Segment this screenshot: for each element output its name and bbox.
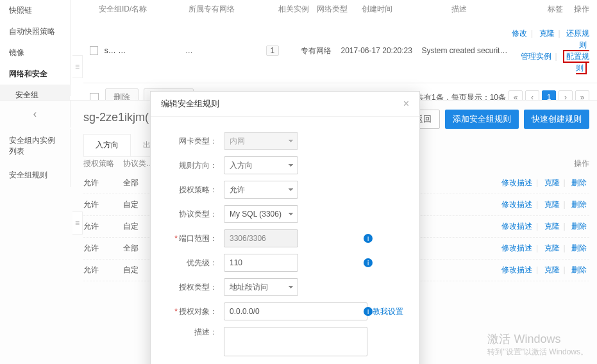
rule-modify-desc[interactable]: 修改描述 (501, 178, 532, 187)
edit-rule-modal: 编辑安全组规则 × 网卡类型： 内网 规则方向： 入方向 授权策略： 允许 协议… (150, 91, 420, 364)
label-policy: 授权策略： (166, 185, 224, 195)
action-restore-rules[interactable]: 还原规则 (566, 29, 589, 49)
direction-select[interactable]: 入方向 (224, 156, 298, 174)
action-modify[interactable]: 修改 (512, 29, 527, 38)
table-row: s… … … 1 专有网络 2017-06-17 20:20:23 System… (83, 19, 597, 83)
rule-modify-desc[interactable]: 修改描述 (501, 200, 532, 209)
th-net: 所属专有网络 (189, 4, 278, 15)
rule-modify-desc[interactable]: 修改描述 (501, 244, 532, 252)
cell-network: … (185, 46, 266, 55)
add-rule-button[interactable]: 添加安全组规则 (445, 110, 519, 129)
rule-clone[interactable]: 克隆 (544, 200, 560, 209)
th-inst: 相关实例 (278, 4, 317, 15)
rule-allow: 允许 (83, 243, 123, 254)
cell-name[interactable]: s… … (105, 46, 185, 55)
instance-count-badge[interactable]: 1 (266, 46, 280, 56)
protocol-select[interactable]: My SQL (3306) (224, 205, 298, 223)
detail-side-instances[interactable]: 安全组内实例列表 (0, 129, 70, 163)
sidebar-item-network-security[interactable]: 网络和安全 (0, 63, 70, 85)
row-actions: 修改| 克隆| 还原规则 管理实例| 配置规则 (508, 28, 597, 74)
sidebar-item-auto-snapshot[interactable]: 自动快照策略 (0, 21, 70, 42)
auth-type-select[interactable]: 地址段访问 (224, 278, 298, 296)
label-direction: 规则方向： (166, 160, 224, 171)
rule-delete[interactable]: 删除 (571, 265, 587, 274)
label-protocol: 协议类型： (166, 209, 224, 220)
detail-side-rules[interactable]: 安全组规则 (0, 163, 70, 187)
cell-desc: System created securit… (421, 46, 508, 55)
rule-clone[interactable]: 克隆 (544, 178, 560, 187)
port-range-input (224, 229, 298, 247)
label-priority: 优先级： (166, 258, 224, 269)
cell-nettype: 专有网络 (301, 46, 341, 56)
watermark-line2: 转到"设置"以激活 Windows。 (487, 347, 588, 358)
action-clone[interactable]: 克隆 (539, 29, 555, 38)
sidebar-collapse-toggle[interactable]: ≡ (72, 55, 83, 78)
cell-instances: 1 (266, 46, 301, 56)
label-nic: 网卡类型： (166, 136, 224, 147)
rule-modify-desc[interactable]: 修改描述 (501, 265, 532, 274)
action-configure-rules[interactable]: 配置规则 (563, 50, 589, 74)
th-ops: 操作 (574, 4, 597, 15)
tab-inbound[interactable]: 入方向 (83, 134, 131, 156)
teach-me-link[interactable]: 教我设置 (373, 306, 403, 317)
th-tag: 标签 (548, 4, 573, 15)
quick-create-rule-button[interactable]: 快速创建规则 (524, 110, 589, 129)
th-desc: 描述 (451, 4, 548, 15)
auth-object-input[interactable] (224, 302, 367, 320)
th-id: 安全组ID/名称 (99, 4, 189, 15)
windows-activation-watermark: 激活 Windows 转到"设置"以激活 Windows。 (487, 331, 588, 358)
info-icon[interactable]: i (364, 258, 373, 267)
action-manage-instances[interactable]: 管理实例 (521, 52, 551, 61)
rule-allow: 允许 (83, 265, 123, 276)
rh-auth: 授权策略 (83, 158, 123, 169)
rule-delete[interactable]: 删除 (571, 178, 587, 187)
sidebar-item-snapshot-chain[interactable]: 快照链 (0, 0, 70, 21)
rule-modify-desc[interactable]: 修改描述 (501, 222, 532, 231)
security-group-title: sg-2ze1ikjm( (83, 111, 149, 124)
table-header: 安全组ID/名称 所属专有网络 相关实例 网络类型 创建时间 描述 标签 操作 (83, 0, 597, 19)
rule-clone[interactable]: 克隆 (544, 244, 560, 252)
rule-delete[interactable]: 删除 (571, 222, 587, 231)
rule-allow: 允许 (83, 178, 123, 188)
label-auth-object: *授权对象： (166, 306, 224, 317)
label-port: *端口范围： (166, 233, 224, 244)
cell-time: 2017-06-17 20:20:23 (341, 46, 421, 55)
description-textarea[interactable] (224, 327, 367, 356)
rule-delete[interactable]: 删除 (571, 244, 587, 252)
detail-sidebar-toggle[interactable]: ≡ (72, 211, 83, 235)
th-ntype: 网络类型 (317, 4, 362, 15)
modal-title: 编辑安全组规则 (161, 98, 219, 110)
priority-input[interactable] (224, 254, 298, 272)
detail-sidebar: 安全组内实例列表 安全组规则 (0, 129, 71, 187)
info-icon[interactable]: i (364, 307, 373, 316)
label-auth-type: 授权类型： (166, 282, 224, 293)
rule-allow: 允许 (83, 221, 123, 232)
nic-type-select: 内网 (224, 132, 298, 150)
row-checkbox[interactable] (90, 46, 98, 55)
watermark-line1: 激活 Windows (487, 331, 588, 347)
back-button[interactable]: ‹ (0, 101, 71, 128)
rule-delete[interactable]: 删除 (571, 200, 587, 209)
rule-clone[interactable]: 克隆 (544, 222, 560, 231)
rule-allow: 允许 (83, 199, 123, 210)
label-description: 描述： (166, 327, 224, 338)
rule-clone[interactable]: 克隆 (544, 265, 560, 274)
policy-select[interactable]: 允许 (224, 181, 298, 199)
info-icon[interactable]: i (364, 234, 373, 243)
sidebar-item-image[interactable]: 镜像 (0, 42, 70, 63)
rh-ops: 操作 (574, 158, 589, 169)
left-sidebar: 快照链 自动快照策略 镜像 网络和安全 安全组 (0, 0, 71, 96)
close-icon[interactable]: × (403, 98, 409, 110)
th-time: 创建时间 (362, 4, 451, 15)
